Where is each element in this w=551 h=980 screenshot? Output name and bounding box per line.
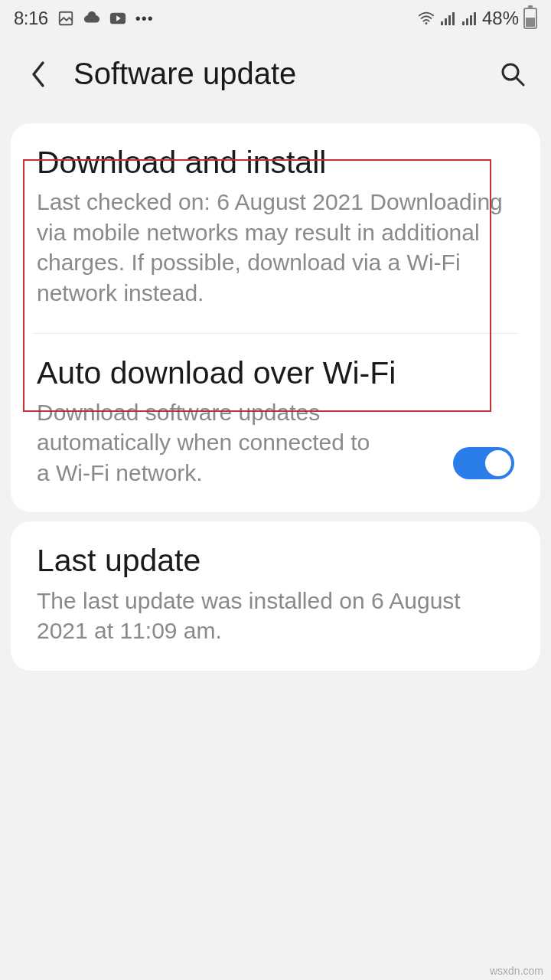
youtube-icon <box>109 10 126 27</box>
svg-rect-8 <box>466 18 468 25</box>
signal-icon-1 <box>439 10 456 27</box>
back-button[interactable] <box>23 60 54 89</box>
download-install-item[interactable]: Download and install Last checked on: 6 … <box>11 123 540 333</box>
download-install-desc: Last checked on: 6 August 2021 Downloadi… <box>37 187 514 308</box>
auto-download-toggle[interactable] <box>453 447 514 479</box>
svg-line-12 <box>517 78 523 85</box>
watermark: wsxdn.com <box>490 965 543 977</box>
svg-rect-9 <box>470 15 472 25</box>
svg-rect-5 <box>448 15 451 25</box>
status-notification-icons: ••• <box>57 10 154 28</box>
last-update-title: Last update <box>37 543 514 579</box>
cloud-icon <box>83 10 100 27</box>
download-install-title: Download and install <box>37 145 514 181</box>
svg-rect-7 <box>462 21 465 25</box>
settings-card-1: Download and install Last checked on: 6 … <box>11 123 540 512</box>
battery-percentage: 48% <box>482 8 519 29</box>
signal-icon-2 <box>461 10 478 27</box>
app-header: Software update <box>0 31 551 114</box>
svg-rect-4 <box>445 18 447 25</box>
svg-point-2 <box>425 22 428 24</box>
page-title: Software update <box>73 57 497 91</box>
auto-download-title: Auto download over Wi-Fi <box>37 355 438 391</box>
wifi-icon <box>418 10 435 27</box>
status-right: 48% <box>418 8 537 29</box>
settings-card-2: Last update The last update was installe… <box>11 521 540 670</box>
svg-rect-6 <box>452 12 455 25</box>
auto-download-item[interactable]: Auto download over Wi-Fi Download softwa… <box>11 334 540 513</box>
last-update-desc: The last update was installed on 6 Augus… <box>37 586 514 646</box>
status-bar: 8:16 ••• 48% <box>0 0 551 31</box>
auto-download-desc: Download software updates automatically … <box>37 397 373 488</box>
last-update-item[interactable]: Last update The last update was installe… <box>11 521 540 670</box>
search-button[interactable] <box>497 61 528 87</box>
svg-rect-3 <box>441 21 443 25</box>
svg-rect-10 <box>474 12 476 25</box>
status-left: 8:16 ••• <box>14 8 154 29</box>
gallery-icon <box>57 10 74 27</box>
more-notifications-icon: ••• <box>135 10 154 28</box>
status-time: 8:16 <box>14 8 48 29</box>
battery-icon <box>523 8 537 29</box>
